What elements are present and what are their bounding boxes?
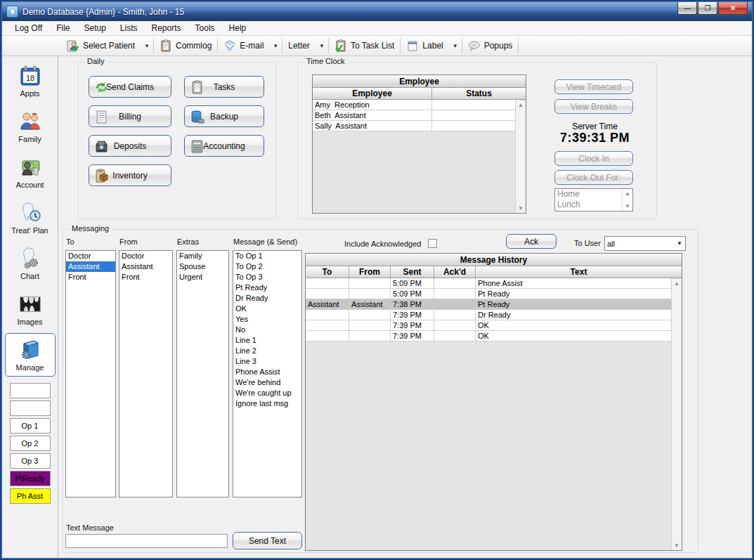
sidebar-item-family[interactable]: Family [5,105,56,148]
employee-row[interactable]: Sally Assistant [313,121,515,131]
text-message-input[interactable] [65,534,228,548]
commlog-button[interactable]: Commlog [154,36,217,56]
to-user-dropdown[interactable]: all ▼ [604,236,686,251]
letter-dropdown-icon[interactable]: ▼ [316,36,328,56]
scroll-up-icon[interactable]: ▲ [674,279,680,288]
clock-in-button[interactable]: Clock In [554,151,633,166]
clock-out-options-list[interactable]: Home Lunch ▲ ▼ [554,188,633,211]
menu-lists[interactable]: Lists [113,22,145,34]
tasks-button[interactable]: Tasks [184,76,264,98]
history-grid-scrollbar[interactable]: ▲ ▼ [671,279,682,550]
sidebar-item-treat-plan[interactable]: Treat' Plan [5,196,56,240]
email-dropdown-icon[interactable]: ▼ [269,36,282,56]
message-list[interactable]: To Op 1To Op 2To Op 3Pt ReadyDr ReadyOKY… [233,250,302,497]
label-button[interactable]: Label [401,36,448,56]
list-item[interactable]: To Op 2 [233,261,301,272]
list-item[interactable]: Urgent [177,272,228,282]
list-item[interactable]: Ignore last msg [233,398,301,409]
view-breaks-button[interactable]: View Breaks [554,99,633,114]
list-item[interactable]: Doctor [119,251,172,261]
list-item[interactable]: Doctor [66,251,115,261]
send-text-button[interactable]: Send Text [233,532,302,549]
list-item[interactable]: Spouse [177,261,228,272]
popups-button[interactable]: Popups [462,36,519,56]
send-claims-button[interactable]: Send Claims [89,76,171,98]
list-item[interactable]: OK [233,304,301,314]
list-item[interactable]: To Op 1 [233,251,301,261]
list-item[interactable]: No [233,325,301,335]
list-item[interactable]: We're behind [233,377,301,388]
billing-button[interactable]: Billing [89,105,171,127]
history-row[interactable]: AssistantAssistant7:38 PMPt Ready [306,299,671,310]
menu-setup[interactable]: Setup [77,22,112,34]
backup-button[interactable]: Backup [184,105,264,127]
list-item[interactable]: Pt Ready [233,282,301,293]
letter-button[interactable]: Letter [282,36,316,56]
list-item[interactable]: Front [66,272,115,282]
list-item[interactable]: Yes [233,314,301,325]
list-item[interactable]: We're caught up [233,388,301,398]
spin-down-icon[interactable]: ▼ [625,202,630,211]
employee-row[interactable]: Beth Assistant [313,110,515,121]
menu-tools[interactable]: Tools [188,22,222,34]
list-item[interactable]: Dr Ready [233,293,301,304]
op-cell-empty[interactable] [10,383,51,398]
scroll-down-icon[interactable]: ▼ [674,541,680,550]
sidebar-item-images[interactable]: Images [5,287,56,331]
include-acknowledged-checkbox[interactable] [428,239,437,248]
list-item[interactable]: Assistant [66,261,115,272]
clock-out-option[interactable]: Lunch [555,200,632,210]
list-item[interactable]: Phone Assist [233,367,301,377]
scroll-down-icon[interactable]: ▼ [518,204,524,213]
menu-help[interactable]: Help [222,22,254,34]
menu-reports[interactable]: Reports [145,22,188,34]
view-timecard-button[interactable]: View Timecard [554,79,633,94]
select-patient-button[interactable]: Select Patient [61,36,141,56]
sidebar-item-account[interactable]: Account [5,150,56,194]
close-button[interactable]: ✕ [718,2,748,15]
minimize-button[interactable]: — [677,2,697,15]
from-list[interactable]: DoctorAssistantFront [119,250,173,497]
clock-out-spinner[interactable]: ▲ ▼ [622,189,632,211]
list-item[interactable]: Line 3 [233,356,301,367]
history-row[interactable]: 7:39 PMOK [306,331,671,341]
extras-list[interactable]: FamilySpouseUrgent [176,250,229,497]
spin-up-icon[interactable]: ▲ [625,189,630,198]
history-row[interactable]: 7:39 PMDr Ready [306,310,671,320]
sidebar-item-appts[interactable]: 18 Appts [5,59,56,103]
list-item[interactable]: Family [177,251,228,261]
to-list[interactable]: DoctorAssistantFront [65,250,116,497]
select-patient-dropdown-icon[interactable]: ▼ [141,36,153,56]
list-item[interactable]: Front [119,272,172,282]
op-cell-op-1[interactable]: Op 1 [10,418,51,434]
op-cell-op-3[interactable]: Op 3 [10,453,51,469]
list-item[interactable]: Line 2 [233,346,301,356]
op-cell-empty[interactable] [10,401,51,416]
inventory-button[interactable]: Inventory [89,164,171,186]
clock-out-for-button[interactable]: Clock Out For: [554,170,633,185]
deposits-button[interactable]: Deposits [89,135,171,157]
list-item[interactable]: Assistant [119,261,172,272]
op-cell-op-2[interactable]: Op 2 [10,436,51,451]
sidebar-item-chart[interactable]: Chart [5,242,56,285]
email-button[interactable]: E-mail [218,36,269,56]
clock-out-option[interactable]: Home [555,189,632,200]
op-cell-ph-asst[interactable]: Ph Asst [10,488,51,504]
scroll-up-icon[interactable]: ▲ [518,100,524,110]
sidebar-item-manage[interactable]: Manage [5,333,56,377]
maximize-button[interactable]: ❐ [698,2,717,15]
employee-grid-scrollbar[interactable]: ▲ ▼ [515,100,526,213]
op-cell-ptready[interactable]: PtReady [10,471,51,486]
ack-button[interactable]: Ack [506,234,557,249]
list-item[interactable]: To Op 3 [233,272,301,282]
to-task-list-button[interactable]: To Task List [329,36,400,56]
employee-row[interactable]: Amy Reception [313,100,515,110]
history-row[interactable]: 5:09 PMPt Ready [306,289,671,299]
history-row[interactable]: 5:09 PMPhone Assist [306,278,671,289]
accounting-button[interactable]: Accounting [184,135,264,157]
menu-log-off[interactable]: Log Off [8,22,49,34]
list-item[interactable]: Line 1 [233,335,301,346]
label-dropdown-icon[interactable]: ▼ [449,36,462,56]
history-row[interactable]: 7:39 PMOK [306,320,671,331]
to-user-dropdown-arrow-icon[interactable]: ▼ [674,240,685,247]
